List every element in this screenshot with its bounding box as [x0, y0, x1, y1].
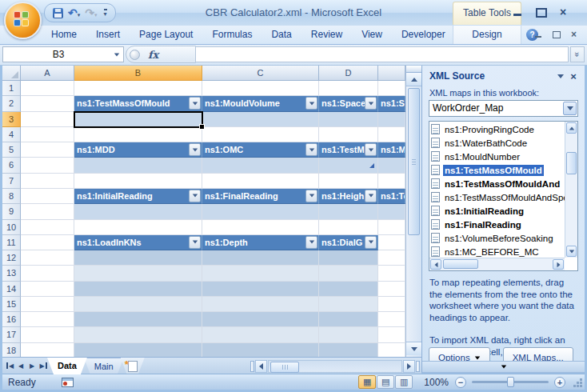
horizontal-scrollbar-track[interactable]	[268, 360, 402, 373]
next-sheet-button[interactable]: ▶	[27, 358, 37, 374]
cell-D9[interactable]	[319, 204, 378, 219]
row-header-16[interactable]: 16	[2, 312, 21, 327]
tab-home[interactable]: Home	[42, 26, 86, 44]
row-header-11[interactable]: 11	[2, 235, 21, 250]
xml-element-item[interactable]: ns1:FinalReading	[429, 218, 565, 231]
tree-scrollbar-thumb[interactable]	[566, 152, 577, 174]
header-dropdown-button[interactable]	[189, 97, 201, 110]
insert-function-button[interactable]: fx	[126, 46, 196, 63]
row-header-1[interactable]: 1	[2, 81, 21, 96]
cell-E15[interactable]	[378, 297, 405, 312]
cell-A3[interactable]	[21, 112, 74, 127]
cell-C12[interactable]	[202, 250, 319, 266]
select-all-corner[interactable]	[2, 66, 21, 81]
header-dropdown-button[interactable]	[365, 190, 377, 202]
cell-D13[interactable]	[319, 266, 378, 281]
scroll-down-button[interactable]	[566, 246, 577, 257]
cell-B16[interactable]	[74, 312, 202, 327]
tab-view[interactable]: View	[352, 26, 392, 44]
page-layout-view-button[interactable]: ▤	[377, 375, 394, 389]
workbook-minimize-button[interactable]	[533, 30, 544, 39]
name-box[interactable]: B3	[2, 46, 124, 62]
cell-A7[interactable]	[21, 174, 74, 189]
zoom-slider-thumb[interactable]	[507, 377, 514, 387]
header-dropdown-button[interactable]	[365, 143, 377, 156]
cell-A8[interactable]	[21, 189, 74, 204]
macro-record-icon[interactable]	[62, 378, 74, 387]
cell-B11[interactable]: ns1:LoadInKNs	[74, 235, 202, 250]
cell-C2[interactable]: ns1:MouldVolume	[202, 96, 319, 111]
tab-insert[interactable]: Insert	[86, 26, 130, 44]
column-header-B[interactable]: B	[74, 66, 202, 81]
cell-B1[interactable]	[74, 81, 202, 96]
insert-worksheet-tab[interactable]	[121, 358, 145, 374]
cell-E2[interactable]: ns1:Sp	[378, 96, 405, 111]
xml-element-item[interactable]: ns1:MC_BEFORE_MC	[429, 245, 565, 258]
row-header-6[interactable]: 6	[2, 158, 21, 173]
cell-E6[interactable]	[378, 158, 405, 173]
combo-dropdown-button[interactable]	[563, 102, 577, 115]
cell-D3[interactable]	[319, 112, 378, 127]
cell-B12[interactable]	[74, 250, 202, 266]
cell-D2[interactable]: ns1:Space	[319, 96, 378, 111]
cell-A17[interactable]	[21, 327, 74, 342]
pane-menu-button[interactable]	[554, 70, 567, 82]
header-dropdown-button[interactable]	[305, 97, 317, 110]
row-header-5[interactable]: 5	[2, 142, 21, 158]
column-header-C[interactable]: C	[202, 66, 319, 81]
cell-D8[interactable]: ns1:Heigh	[319, 189, 378, 204]
tab-review[interactable]: Review	[301, 26, 352, 44]
scrollbar-split-handle[interactable]	[406, 66, 421, 73]
tab-design[interactable]: Design	[453, 26, 521, 44]
row-header-18[interactable]: 18	[2, 343, 21, 357]
row-header-17[interactable]: 17	[2, 327, 21, 342]
header-dropdown-button[interactable]	[305, 236, 317, 249]
cell-D7[interactable]	[319, 174, 378, 189]
cell-C13[interactable]	[202, 266, 319, 281]
cell-C4[interactable]	[202, 127, 319, 142]
tab-formulas[interactable]: Formulas	[202, 26, 262, 44]
zoom-out-button[interactable]: −	[455, 377, 466, 388]
xml-element-item[interactable]: ns1:ProvingRingCode	[429, 122, 565, 136]
tab-data[interactable]: Data	[262, 26, 301, 44]
cell-B13[interactable]	[74, 266, 202, 281]
last-sheet-button[interactable]: ▶	[38, 358, 48, 374]
cell-C9[interactable]	[202, 204, 319, 219]
selected-cell-outline[interactable]	[74, 111, 203, 128]
cell-A13[interactable]	[21, 266, 74, 281]
tree-scrollbar-thumb[interactable]	[443, 259, 478, 269]
cell-E17[interactable]	[378, 327, 405, 342]
scrollbar-split-handle[interactable]	[250, 361, 254, 372]
cell-E9[interactable]	[378, 204, 405, 219]
cell-E5[interactable]: ns1:M	[378, 142, 405, 158]
row-header-14[interactable]: 14	[2, 282, 21, 297]
row-header-8[interactable]: 8	[2, 189, 21, 204]
header-dropdown-button[interactable]	[365, 236, 377, 249]
cell-A5[interactable]	[21, 142, 74, 158]
vertical-scrollbar[interactable]	[405, 66, 421, 357]
cell-B8[interactable]: ns1:InitialReading	[74, 189, 202, 204]
cell-A12[interactable]	[21, 250, 74, 266]
cell-E13[interactable]	[378, 266, 405, 281]
cell-E7[interactable]	[378, 174, 405, 189]
page-break-view-button[interactable]: ▥	[395, 375, 413, 389]
cell-B2[interactable]: ns1:TestMassOfMould	[74, 96, 202, 111]
cell-D4[interactable]	[319, 127, 378, 142]
sheet-tab-main[interactable]: Main	[84, 358, 124, 374]
cell-C18[interactable]	[202, 343, 319, 357]
previous-sheet-button[interactable]: ◀	[16, 358, 26, 374]
resize-grip[interactable]	[572, 377, 583, 388]
cell-A2[interactable]	[21, 96, 74, 111]
cell-E12[interactable]	[378, 250, 405, 266]
cell-B18[interactable]	[74, 343, 202, 357]
cell-D14[interactable]	[319, 282, 378, 297]
tree-vertical-scrollbar[interactable]	[565, 122, 577, 258]
cell-B15[interactable]	[74, 297, 202, 312]
row-header-12[interactable]: 12	[2, 250, 21, 266]
xml-element-item[interactable]: ns1:TestMassOfMouldAnd	[429, 177, 565, 190]
cell-C5[interactable]: ns1:OMC	[202, 142, 319, 158]
scroll-left-button[interactable]	[430, 259, 441, 270]
cell-B4[interactable]	[74, 127, 202, 142]
cell-C3[interactable]	[202, 112, 319, 127]
cell-C8[interactable]: ns1:FinalReading	[202, 189, 319, 204]
